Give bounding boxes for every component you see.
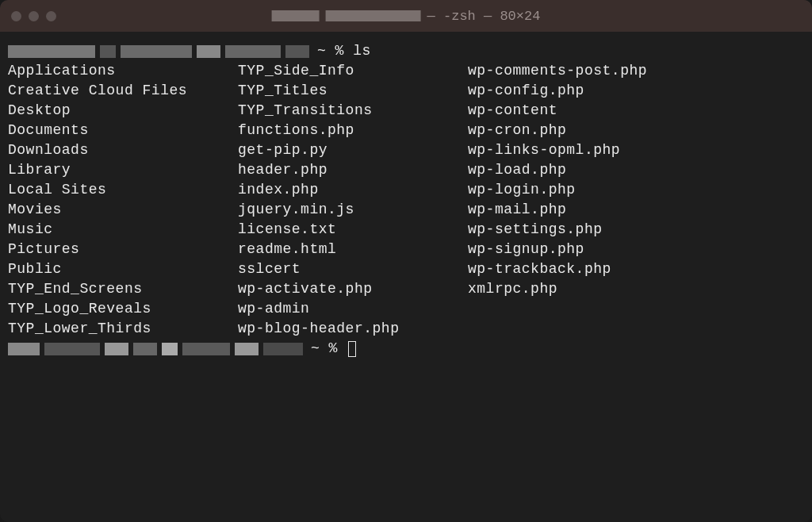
ls-column-2: TYP_Side_Info TYP_Titles TYP_Transitions…: [238, 61, 468, 339]
list-item: wp-login.php: [468, 180, 804, 200]
list-item: wp-links-opml.php: [468, 140, 804, 160]
list-item: Creative Cloud Files: [8, 81, 238, 101]
list-item: wp-cron.php: [468, 121, 804, 140]
list-item: Applications: [8, 61, 238, 81]
redacted-text: [272, 10, 320, 21]
list-item: Desktop: [8, 101, 238, 121]
prompt-line-1: ~ % ls: [8, 41, 804, 61]
list-item: Music: [8, 220, 238, 240]
list-item: Local Sites: [8, 180, 238, 200]
list-item: Public: [8, 259, 238, 279]
list-item: wp-content: [468, 101, 804, 121]
list-item: wp-load.php: [468, 160, 804, 180]
list-item: wp-blog-header.php: [238, 319, 468, 339]
list-item: jquery.min.js: [238, 200, 468, 220]
list-item: wp-config.php: [468, 81, 804, 101]
list-item: wp-settings.php: [468, 220, 804, 240]
list-item: wp-admin: [238, 299, 468, 319]
list-item: Documents: [8, 121, 238, 140]
list-item: TYP_Side_Info: [238, 61, 468, 81]
list-item: header.php: [238, 160, 468, 180]
command-text: ls: [353, 41, 371, 61]
list-item: TYP_Logo_Reveals: [8, 299, 238, 319]
list-item: Pictures: [8, 240, 238, 259]
list-item: readme.html: [238, 240, 468, 259]
list-item: wp-trackback.php: [468, 259, 804, 279]
list-item: Library: [8, 160, 238, 180]
list-item: TYP_Transitions: [238, 101, 468, 121]
traffic-lights: [11, 11, 56, 21]
ls-column-1: Applications Creative Cloud Files Deskto…: [8, 61, 238, 339]
list-item: TYP_Lower_Thirds: [8, 319, 238, 339]
terminal-window: — -zsh — 80×24 ~ % ls Applications Creat…: [0, 0, 812, 522]
prompt-symbol: ~ %: [311, 339, 338, 359]
list-item: Downloads: [8, 140, 238, 160]
window-titlebar[interactable]: — -zsh — 80×24: [0, 0, 812, 32]
list-item: functions.php: [238, 121, 468, 140]
redacted-text: [326, 10, 421, 21]
cursor: [348, 341, 356, 357]
list-item: wp-mail.php: [468, 200, 804, 220]
list-item: wp-activate.php: [238, 279, 468, 299]
redacted-user-host: [8, 45, 309, 58]
title-suffix: — -zsh — 80×24: [427, 9, 541, 24]
minimize-button[interactable]: [29, 11, 39, 21]
list-item: wp-signup.php: [468, 240, 804, 259]
redacted-user-host: [8, 343, 303, 355]
prompt-symbol: ~ %: [317, 41, 344, 61]
list-item: get-pip.py: [238, 140, 468, 160]
close-button[interactable]: [11, 11, 21, 21]
ls-column-3: wp-comments-post.php wp-config.php wp-co…: [468, 61, 804, 339]
list-item: Movies: [8, 200, 238, 220]
list-item: sslcert: [238, 259, 468, 279]
maximize-button[interactable]: [46, 11, 56, 21]
list-item: wp-comments-post.php: [468, 61, 804, 81]
list-item: license.txt: [238, 220, 468, 240]
list-item: TYP_Titles: [238, 81, 468, 101]
list-item: TYP_End_Screens: [8, 279, 238, 299]
window-title: — -zsh — 80×24: [272, 9, 541, 24]
terminal-output-area[interactable]: ~ % ls Applications Creative Cloud Files…: [0, 32, 812, 522]
list-item: index.php: [238, 180, 468, 200]
prompt-line-2: ~ %: [8, 339, 804, 359]
ls-output: Applications Creative Cloud Files Deskto…: [8, 61, 804, 339]
list-item: xmlrpc.php: [468, 279, 804, 299]
